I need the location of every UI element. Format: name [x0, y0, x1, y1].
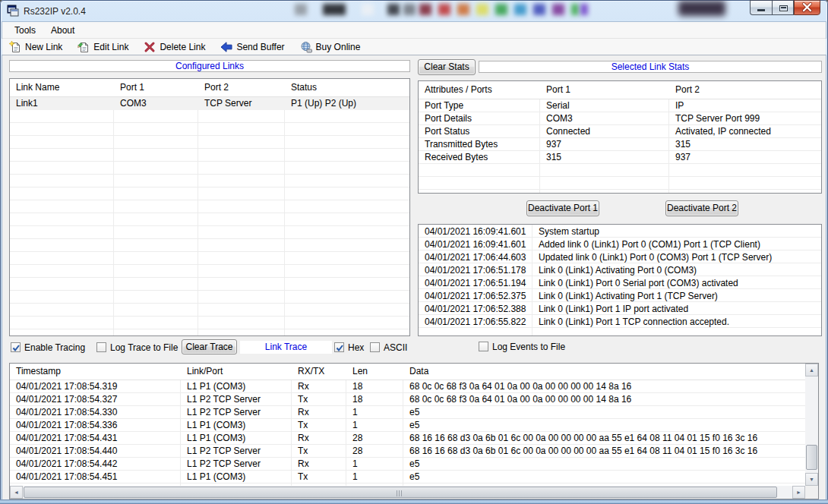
- horizontal-scrollbar[interactable]: ◄ ►: [10, 486, 805, 499]
- app-window: Rs232IP v2.0.4 Tools About New L: [0, 0, 828, 504]
- event-row[interactable]: 04/01/2021 17:06:44.603 Updated link 0 (…: [419, 251, 821, 264]
- link-row[interactable]: Link1 COM3 TCP Server P1 (Up) P2 (Up): [10, 97, 409, 110]
- cell-rxtx: Tx: [292, 419, 346, 432]
- trace-row[interactable]: 04/01/2021 17:08:54.327 L1 P2 TCP Server…: [10, 393, 805, 406]
- scroll-left-button[interactable]: ◄: [10, 486, 23, 499]
- event-row[interactable]: 04/01/2021 17:06:52.375 Link 0 (Link1) A…: [419, 290, 821, 303]
- log-events-checkbox[interactable]: Log Events to File: [479, 341, 565, 352]
- close-button[interactable]: [794, 0, 820, 15]
- stats-header: Attributes / Ports Port 1 Port 2: [419, 81, 821, 99]
- clear-trace-button[interactable]: Clear Trace: [182, 339, 237, 354]
- trace-row[interactable]: 04/01/2021 17:08:54.319 L1 P1 (COM3) Rx …: [10, 380, 805, 393]
- cell-link-port: L1 P2 TCP Server: [181, 393, 292, 406]
- configured-links-header: Link Name Port 1 Port 2 Status: [10, 79, 409, 97]
- window-bottom-edge: [0, 499, 828, 504]
- trace-row[interactable]: 04/01/2021 17:08:54.336 L1 P1 (COM3) Tx …: [10, 419, 805, 432]
- log-trace-checkbox[interactable]: Log Trace to File: [96, 342, 178, 353]
- cell-port1-value: 937: [540, 138, 669, 151]
- menu-about[interactable]: About: [43, 23, 82, 38]
- cell-rxtx: Rx: [292, 406, 346, 419]
- scroll-up-button[interactable]: ▲: [805, 364, 818, 376]
- column-separator: [284, 79, 285, 335]
- enable-tracing-checkbox[interactable]: Enable Tracing: [11, 342, 85, 353]
- cell-attribute: Received Bytes: [419, 151, 540, 164]
- scroll-down-button[interactable]: ▼: [805, 473, 818, 486]
- cell-link-port: L1 P1 (COM3): [181, 419, 292, 432]
- trace-row[interactable]: 04/01/2021 17:08:54.440 L1 P2 TCP Server…: [10, 445, 805, 458]
- checkbox-box: [96, 342, 106, 352]
- stats-row[interactable]: Port Type Serial IP: [419, 99, 821, 112]
- trace-header: Timestamp Link/Port RX/TX Len Data: [10, 364, 805, 380]
- trace-row[interactable]: 04/01/2021 17:08:54.431 L1 P1 (COM3) Rx …: [10, 432, 805, 445]
- column-header-port2[interactable]: Port 2: [669, 81, 821, 99]
- event-message: Added link 0 (Link1) Port 0 (COM1) Port …: [533, 238, 821, 251]
- stats-row[interactable]: Transmitted Bytes 937 315: [419, 138, 821, 151]
- column-header-rxtx[interactable]: RX/TX: [292, 364, 346, 380]
- cell-port1-value: 315: [540, 151, 669, 164]
- menubar: Tools About: [2, 22, 826, 38]
- trace-row[interactable]: 04/01/2021 17:08:54.442 L1 P2 TCP Server…: [10, 458, 805, 471]
- titlebar[interactable]: Rs232IP v2.0.4: [0, 0, 828, 22]
- column-header-attributes[interactable]: Attributes / Ports: [419, 81, 540, 99]
- column-header-port1[interactable]: Port 1: [540, 81, 669, 99]
- horizontal-scroll-thumb[interactable]: [24, 487, 777, 498]
- cell-len: 1: [346, 419, 403, 432]
- close-icon: [795, 1, 820, 14]
- vertical-scroll-thumb[interactable]: [806, 445, 817, 470]
- trace-row[interactable]: 04/01/2021 17:08:54.330 L1 P2 TCP Server…: [10, 406, 805, 419]
- trace-table: Timestamp Link/Port RX/TX Len Data 04/01…: [9, 363, 819, 499]
- cell-status: P1 (Up) P2 (Up): [285, 97, 409, 110]
- stats-row[interactable]: Port Status Connected Activated, IP conn…: [419, 125, 821, 138]
- deactivate-port2-button[interactable]: Deactivate Port 2: [665, 200, 738, 216]
- column-header-link-port[interactable]: Link/Port: [181, 364, 292, 380]
- ascii-label: ASCII: [384, 342, 407, 353]
- stats-row[interactable]: Received Bytes 315 937: [419, 151, 821, 164]
- column-header-status[interactable]: Status: [285, 79, 409, 96]
- event-row[interactable]: 04/01/2021 17:06:55.822 Link 0 (Link1) P…: [419, 316, 821, 329]
- event-row[interactable]: 04/01/2021 17:06:51.178 Link 0 (Link1) A…: [419, 264, 821, 277]
- column-header-data[interactable]: Data: [403, 364, 805, 380]
- deactivate-port1-button[interactable]: Deactivate Port 1: [526, 200, 599, 216]
- menu-tools[interactable]: Tools: [7, 23, 43, 38]
- column-separator: [113, 79, 114, 335]
- titlebar-glass-artifact: [457, 4, 469, 15]
- clear-stats-button[interactable]: Clear Stats: [418, 59, 476, 75]
- cell-attribute: Port Details: [419, 112, 540, 125]
- stats-row[interactable]: Port Details COM3 TCP Server Port 999: [419, 112, 821, 125]
- scroll-right-button[interactable]: ►: [792, 486, 805, 499]
- column-header-port1[interactable]: Port 1: [114, 79, 198, 96]
- titlebar-glass-artifact: [533, 4, 545, 15]
- event-row[interactable]: 04/01/2021 17:06:51.194 Link 0 (Link1) P…: [419, 277, 821, 290]
- cell-data: 68 16 16 68 d3 0a 6b 01 6c 00 0a 00 00 0…: [403, 432, 805, 445]
- event-row[interactable]: 04/01/2021 16:09:41.601 System startup: [419, 225, 821, 238]
- column-header-timestamp[interactable]: Timestamp: [10, 364, 181, 380]
- new-link-button[interactable]: New Link: [7, 40, 65, 54]
- hex-checkbox[interactable]: Hex: [334, 342, 364, 353]
- send-buffer-button[interactable]: Send Buffer: [218, 40, 286, 54]
- edit-link-button[interactable]: Edit Link: [75, 40, 131, 54]
- vertical-scrollbar[interactable]: ▲ ▼: [805, 364, 818, 486]
- column-header-link-name[interactable]: Link Name: [10, 79, 114, 96]
- cell-rxtx: Rx: [292, 432, 346, 445]
- minimize-button[interactable]: [750, 0, 772, 15]
- titlebar-glass-artifact: [419, 4, 431, 15]
- ascii-checkbox[interactable]: ASCII: [370, 342, 407, 353]
- cell-port1-value: Connected: [540, 125, 669, 138]
- event-row[interactable]: 04/01/2021 17:06:52.388 Link 0 (Link1) P…: [419, 303, 821, 316]
- checkbox-box: [479, 342, 488, 351]
- titlebar-glass-artifact: [514, 4, 526, 15]
- cell-data: e5: [403, 458, 805, 471]
- delete-link-button[interactable]: Delete Link: [141, 40, 207, 54]
- buy-online-button[interactable]: Buy Online: [298, 40, 363, 54]
- cell-len: 18: [346, 380, 403, 393]
- cell-len: 1: [346, 458, 403, 471]
- titlebar-glass-artifact: [476, 4, 488, 15]
- trace-row[interactable]: 04/01/2021 17:08:54.451 L1 P1 (COM3) Tx …: [10, 471, 805, 484]
- cell-attribute: Port Status: [419, 125, 540, 138]
- app-icon[interactable]: [7, 5, 19, 17]
- column-header-port2[interactable]: Port 2: [198, 79, 285, 96]
- event-row[interactable]: 04/01/2021 16:09:41.601 Added link 0 (Li…: [419, 238, 821, 251]
- column-header-len[interactable]: Len: [346, 364, 403, 380]
- maximize-button[interactable]: [772, 0, 794, 15]
- cell-data: 68 0c 0c 68 f3 0a 64 01 0a 00 0a 00 00 0…: [403, 393, 805, 406]
